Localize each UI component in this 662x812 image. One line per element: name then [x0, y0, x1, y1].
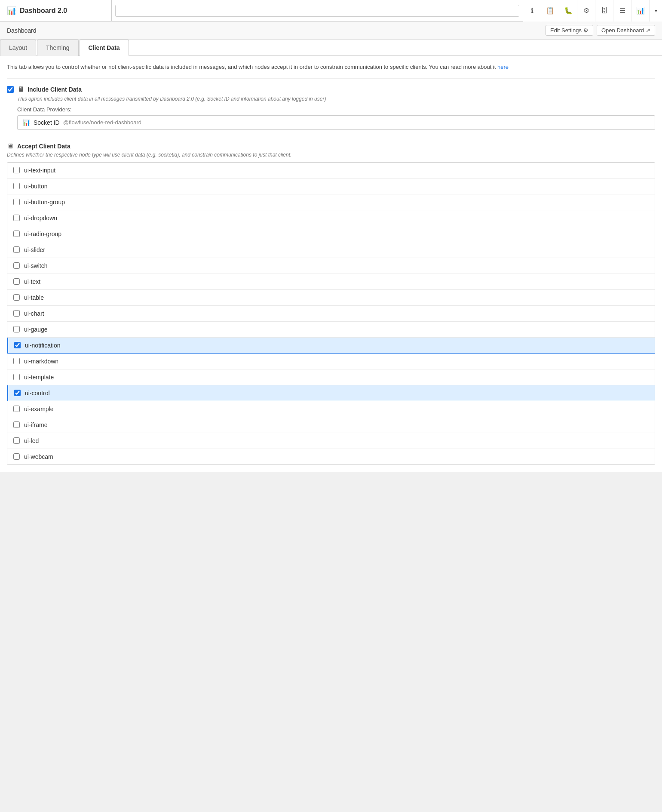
checklist-item-ui-radio-group[interactable]: ui-radio-group: [7, 226, 655, 242]
settings-button[interactable]: ⚙: [577, 0, 595, 22]
include-client-data-section: 🖥 Include Client Data This option includ…: [7, 86, 655, 130]
checklist-item-ui-text-input[interactable]: ui-text-input: [7, 163, 655, 178]
tab-theming[interactable]: Theming: [37, 40, 78, 56]
checkbox-ui-text-input[interactable]: [13, 167, 20, 173]
checklist-item-ui-gauge[interactable]: ui-gauge: [7, 322, 655, 338]
checkbox-ui-button[interactable]: [13, 183, 20, 189]
checkbox-ui-markdown[interactable]: [13, 358, 20, 364]
provider-icon: 📊: [23, 119, 30, 126]
sub-header-actions: Edit Settings ⚙ Open Dashboard ↗: [546, 25, 655, 36]
accept-title: Accept Client Data: [17, 143, 70, 150]
open-dashboard-label: Open Dashboard: [601, 27, 644, 34]
checklist-item-ui-markdown[interactable]: ui-markdown: [7, 354, 655, 369]
checklist-item-ui-webcam[interactable]: ui-webcam: [7, 449, 655, 464]
checkbox-ui-webcam[interactable]: [13, 453, 20, 460]
checklist-item-ui-led[interactable]: ui-led: [7, 433, 655, 449]
checkbox-ui-button-group[interactable]: [13, 199, 20, 205]
include-client-data-header: 🖥 Include Client Data: [7, 86, 655, 93]
open-dashboard-button[interactable]: Open Dashboard ↗: [597, 25, 655, 36]
accept-client-data-checklist: ui-text-input ui-button ui-button-group …: [7, 162, 655, 465]
checkbox-ui-dropdown[interactable]: [13, 215, 20, 221]
checkbox-ui-control[interactable]: [14, 390, 21, 396]
accept-client-data-section: 🖥 Accept Client Data Defines whether the…: [7, 137, 655, 465]
database-button[interactable]: 🗄: [595, 0, 613, 22]
tab-layout[interactable]: Layout: [0, 40, 36, 56]
dropdown-button[interactable]: ▾: [649, 0, 662, 22]
checklist-item-ui-button[interactable]: ui-button: [7, 178, 655, 194]
toolbar-icons: ℹ 📋 🐛 ⚙ 🗄 ☰ 📊 ▾: [523, 0, 662, 22]
provider-name: Socket ID: [34, 119, 60, 126]
accept-section-icon: 🖥: [7, 142, 14, 150]
layers-button[interactable]: ☰: [613, 0, 631, 22]
provider-description: @flowfuse/node-red-dashboard: [63, 119, 141, 126]
include-client-data-label[interactable]: 🖥 Include Client Data: [7, 86, 82, 93]
checkbox-ui-chart[interactable]: [13, 310, 20, 317]
checkbox-ui-template[interactable]: [13, 374, 20, 380]
checklist-item-ui-notification[interactable]: ui-notification: [7, 338, 655, 354]
title-section: 📊 Dashboard 2.0: [0, 0, 112, 21]
edit-settings-label: Edit Settings: [550, 27, 582, 34]
client-data-section-icon: 🖥: [17, 86, 24, 93]
edit-settings-icon: ⚙: [583, 27, 588, 34]
checklist-item-ui-control[interactable]: ui-control: [7, 385, 655, 401]
app-title: Dashboard 2.0: [20, 7, 67, 15]
search-input[interactable]: [115, 5, 519, 17]
main-content: Layout Theming Client Data This tab allo…: [0, 40, 662, 472]
checklist-item-ui-table[interactable]: ui-table: [7, 290, 655, 306]
chart-button[interactable]: 📊: [631, 0, 649, 22]
checklist-item-ui-template[interactable]: ui-template: [7, 369, 655, 385]
content-panel: This tab allows you to control whether o…: [0, 56, 662, 472]
bug-button[interactable]: 🐛: [559, 0, 577, 22]
checkbox-ui-slider[interactable]: [13, 246, 20, 253]
accept-hint: Defines whether the respective node type…: [7, 152, 655, 158]
checklist-item-ui-switch[interactable]: ui-switch: [7, 258, 655, 274]
checkbox-ui-table[interactable]: [13, 294, 20, 301]
checklist-item-ui-chart[interactable]: ui-chart: [7, 306, 655, 322]
checkbox-ui-iframe[interactable]: [13, 421, 20, 428]
dashboard-icon: 📊: [7, 6, 16, 15]
title-bar: 📊 Dashboard 2.0 ℹ 📋 🐛 ⚙ 🗄 ☰ 📊 ▾: [0, 0, 662, 22]
include-client-data-hint: This option includes client data in all …: [17, 96, 655, 102]
include-client-data-checkbox[interactable]: [7, 86, 14, 93]
provider-row: 📊 Socket ID @flowfuse/node-red-dashboard: [17, 115, 655, 130]
checkbox-ui-led[interactable]: [13, 437, 20, 444]
checkbox-ui-example[interactable]: [13, 406, 20, 412]
book-button[interactable]: 📋: [541, 0, 559, 22]
checkbox-ui-gauge[interactable]: [13, 326, 20, 332]
checklist-item-ui-button-group[interactable]: ui-button-group: [7, 194, 655, 210]
checklist-item-ui-dropdown[interactable]: ui-dropdown: [7, 210, 655, 226]
open-dashboard-icon: ↗: [646, 27, 650, 34]
checklist-item-ui-text[interactable]: ui-text: [7, 274, 655, 290]
checkbox-ui-text[interactable]: [13, 278, 20, 285]
checkbox-ui-switch[interactable]: [13, 262, 20, 269]
checklist-item-ui-example[interactable]: ui-example: [7, 401, 655, 417]
checklist-item-ui-iframe[interactable]: ui-iframe: [7, 417, 655, 433]
tabs-container: Layout Theming Client Data: [0, 40, 662, 56]
description-link[interactable]: here: [497, 64, 509, 70]
edit-settings-button[interactable]: Edit Settings ⚙: [546, 25, 593, 36]
accept-client-data-header: 🖥 Accept Client Data: [7, 142, 655, 150]
checkbox-ui-notification[interactable]: [14, 342, 21, 348]
checkbox-ui-radio-group[interactable]: [13, 231, 20, 237]
tab-description: This tab allows you to control whether o…: [7, 63, 655, 79]
info-button[interactable]: ℹ: [523, 0, 541, 22]
providers-label: Client Data Providers:: [17, 106, 655, 113]
checklist-item-ui-slider[interactable]: ui-slider: [7, 242, 655, 258]
dashboard-subtitle: Dashboard: [7, 27, 37, 34]
tab-client-data[interactable]: Client Data: [80, 40, 129, 56]
sub-header: Dashboard Edit Settings ⚙ Open Dashboard…: [0, 22, 662, 40]
